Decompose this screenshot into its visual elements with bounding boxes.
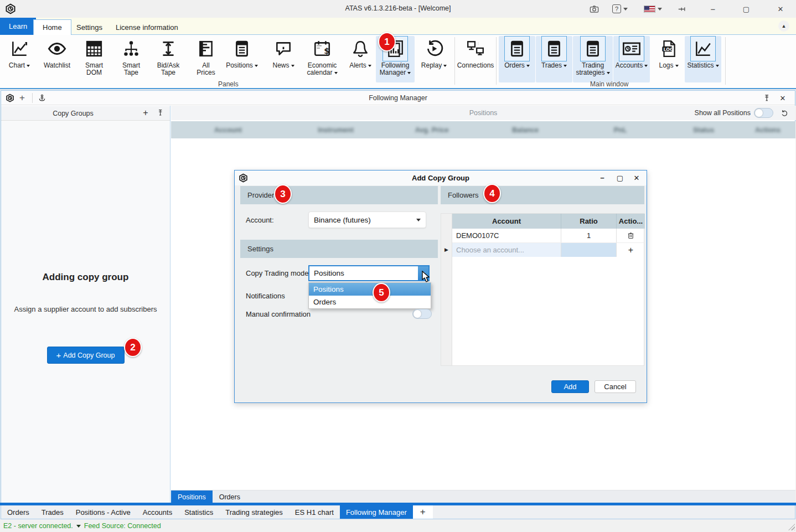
show-all-positions-toggle[interactable] bbox=[754, 108, 773, 118]
accounts-card-icon bbox=[619, 36, 644, 61]
dialog-maximize-button[interactable]: ▢ bbox=[614, 173, 626, 183]
follower-row[interactable]: DEMO0107C 1 bbox=[452, 229, 645, 243]
ribbon-button-all-prices[interactable]: All Prices bbox=[188, 36, 224, 82]
dropdown-option-orders[interactable]: Orders bbox=[309, 296, 431, 308]
mouse-cursor bbox=[421, 271, 431, 285]
close-button[interactable]: ✕ bbox=[773, 3, 788, 15]
column-account: Account bbox=[171, 126, 285, 134]
chevron-down-icon bbox=[526, 65, 530, 67]
ribbon-button-smart-dom[interactable]: Smart DOM bbox=[76, 36, 112, 82]
chevron-down-icon bbox=[644, 65, 648, 67]
replay-icon bbox=[421, 36, 447, 61]
ribbon-button-smart-tape[interactable]: Smart Tape bbox=[113, 36, 149, 82]
ribbon-button-replay[interactable]: Replay bbox=[416, 36, 452, 82]
settings-section-header: Settings bbox=[240, 240, 438, 258]
copy-mode-value: Positions bbox=[314, 269, 344, 277]
ribbon-separator bbox=[725, 37, 726, 85]
copy-groups-add-button[interactable]: + bbox=[140, 108, 151, 118]
copy-groups-pin-button[interactable] bbox=[154, 108, 166, 118]
ribbon-button-positions[interactable]: Positions bbox=[224, 36, 260, 82]
toggle-knob bbox=[755, 109, 763, 117]
help-button[interactable]: ? bbox=[610, 3, 630, 15]
ribbon-tabstrip: Learn Home Settings License information … bbox=[0, 18, 796, 35]
ribbon-separator bbox=[496, 37, 497, 85]
manual-confirmation-toggle[interactable] bbox=[412, 309, 432, 319]
language-button[interactable] bbox=[642, 3, 663, 15]
ribbon-button-orders[interactable]: Orders bbox=[499, 36, 535, 82]
ribbon-button-bidask-tape[interactable]: Bid/Ask Tape bbox=[150, 36, 187, 82]
bottom-tab-es-h1-chart[interactable]: ES H1 chart bbox=[289, 505, 340, 519]
refresh-button[interactable] bbox=[779, 108, 790, 118]
dialog-add-button[interactable]: Add bbox=[551, 380, 589, 393]
delete-follower-button[interactable] bbox=[617, 229, 645, 242]
bottom-tab-following-manager[interactable]: Following Manager bbox=[340, 505, 413, 519]
positions-header: Positions Show all Positions bbox=[171, 106, 795, 120]
window-titlebar: ATAS v6.1.3.216-beta - [Welcome] ? − ▢ ✕ bbox=[0, 0, 796, 18]
dialog-close-button[interactable]: ✕ bbox=[631, 173, 642, 183]
new-follower-row[interactable]: Choose an account... + bbox=[452, 243, 645, 257]
new-follower-ratio-cell[interactable] bbox=[561, 243, 617, 257]
tab-learn[interactable]: Learn bbox=[0, 18, 36, 35]
tab-settings[interactable]: Settings bbox=[68, 19, 111, 35]
choose-account-placeholder[interactable]: Choose an account... bbox=[452, 243, 561, 257]
tab-license-information[interactable]: License information bbox=[107, 19, 187, 35]
copy-groups-sidebar: Copy Groups + Adding copy group Assign a… bbox=[1, 106, 170, 503]
follower-ratio: 1 bbox=[561, 229, 617, 242]
add-copy-group-button[interactable]: +Add Copy Group bbox=[47, 347, 125, 364]
screenshot-button[interactable] bbox=[587, 3, 601, 15]
copy-trading-mode-combobox[interactable]: Positions bbox=[308, 265, 430, 281]
panel-close-button[interactable]: ✕ bbox=[777, 93, 788, 103]
chevron-down-icon[interactable] bbox=[76, 525, 81, 528]
pin-window-button[interactable] bbox=[674, 3, 688, 15]
chevron-down-icon bbox=[416, 219, 421, 221]
status-bar: E2 - server connected. Feed Source: Conn… bbox=[0, 520, 796, 532]
notepad-icon bbox=[580, 36, 606, 61]
copy-groups-header: Copy Groups + bbox=[1, 106, 170, 121]
chevron-down-icon bbox=[675, 65, 679, 67]
ribbon-button-chart[interactable]: Chart bbox=[1, 36, 38, 82]
bottom-tab-accounts[interactable]: Accounts bbox=[137, 505, 178, 519]
chevron-down-icon bbox=[443, 65, 447, 67]
dropdown-option-positions[interactable]: Positions bbox=[309, 283, 431, 296]
provider-account-combobox[interactable]: Binance (futures) bbox=[308, 211, 426, 228]
ribbon-button-trading-strategies[interactable]: Trading strategies bbox=[573, 36, 613, 82]
minimize-button[interactable]: − bbox=[705, 3, 721, 15]
bottom-tab-positions-active[interactable]: Positions - Active bbox=[70, 505, 137, 519]
resize-grip[interactable] bbox=[788, 524, 795, 530]
copy-groups-title: Copy Groups bbox=[1, 110, 145, 117]
bottom-tab-statistics[interactable]: Statistics bbox=[178, 505, 219, 519]
dialog-minimize-button[interactable]: − bbox=[597, 173, 608, 183]
add-follower-button[interactable]: + bbox=[617, 243, 645, 257]
tab-home[interactable]: Home bbox=[33, 19, 71, 35]
dialog-cancel-button[interactable]: Cancel bbox=[595, 380, 636, 393]
ribbon-button-connections[interactable]: Connections bbox=[456, 36, 495, 82]
panel-toolbar: + Following Manager ✕ bbox=[1, 91, 795, 105]
bottom-tab-trading-strategies[interactable]: Trading strategies bbox=[219, 505, 289, 519]
annotation-badge-2: 2 bbox=[124, 338, 142, 357]
new-tab-button[interactable]: + bbox=[413, 505, 433, 519]
subtab-positions[interactable]: Positions bbox=[171, 490, 213, 504]
subtab-orders[interactable]: Orders bbox=[213, 490, 247, 504]
chevron-down-icon bbox=[368, 65, 371, 67]
ribbon-button-watchlist[interactable]: Watchlist bbox=[39, 36, 75, 82]
ribbon-button-alerts[interactable]: Alerts bbox=[342, 36, 379, 82]
ribbon-button-economic-calendar[interactable]: Economic calendar bbox=[302, 36, 342, 82]
bottom-tab-trades[interactable]: Trades bbox=[35, 505, 70, 519]
eye-icon bbox=[44, 36, 70, 61]
ribbon-button-accounts[interactable]: Accounts bbox=[613, 36, 650, 82]
chevron-down-icon bbox=[716, 65, 719, 67]
ribbon-button-statistics[interactable]: Statistics bbox=[685, 36, 721, 82]
followers-table: Account Ratio Actio... DEMO0107C 1 Choos… bbox=[441, 213, 644, 366]
ribbon-button-news[interactable]: News bbox=[265, 36, 302, 82]
ribbon-button-trades[interactable]: Trades bbox=[536, 36, 572, 82]
panel-pin-button[interactable] bbox=[761, 93, 772, 103]
column-ratio: Ratio bbox=[561, 214, 617, 229]
collapse-ribbon-button[interactable]: ▲ bbox=[778, 20, 789, 32]
ribbon-button-logs[interactable]: Logs bbox=[650, 36, 687, 82]
plus-icon: + bbox=[56, 350, 61, 360]
annotation-badge-4: 4 bbox=[483, 184, 501, 203]
chevron-down-icon bbox=[658, 8, 662, 11]
ribbon: Chart Watchlist Smart DOM Smart Tape Bid… bbox=[0, 35, 796, 89]
bottom-tab-orders[interactable]: Orders bbox=[1, 505, 35, 519]
maximize-button[interactable]: ▢ bbox=[738, 3, 754, 15]
